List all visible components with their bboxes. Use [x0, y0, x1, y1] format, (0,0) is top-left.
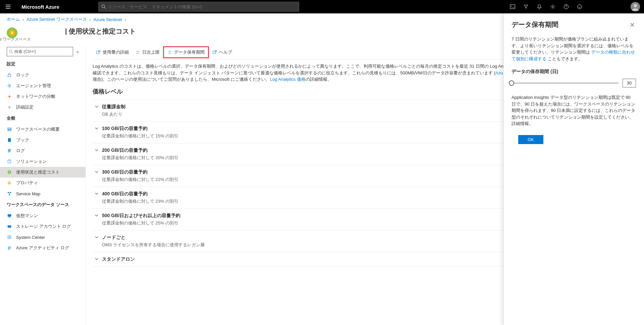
chevron-down-icon — [95, 126, 99, 130]
tier-title: 200 GB/日の容量予約 — [102, 147, 570, 153]
chevron-down-icon — [95, 148, 99, 152]
cost-icon: $ — [7, 170, 12, 175]
nav-agent[interactable]: エージェント管理 — [0, 80, 86, 91]
map-icon — [7, 191, 12, 196]
page-subtitle: Log Analytics ワークスペース — [0, 37, 136, 42]
search-icon — [9, 50, 13, 54]
terminal-icon — [510, 4, 515, 9]
pricing-tier-row[interactable]: ノードごと OMS ライセンスを所有する場合に使用するレガシ層 — [93, 230, 570, 252]
nav-usage-cost[interactable]: $使用状況と推定コスト — [0, 167, 86, 178]
tier-title: ノードごと — [102, 235, 570, 241]
system-center-icon — [7, 235, 12, 240]
pricing-tier-row[interactable]: 400 GB/日の容量予約 従量課金制の価格に対して 23% の割引 — [93, 187, 570, 208]
close-icon — [630, 22, 635, 27]
svg-point-3 — [552, 6, 554, 8]
settings-button[interactable] — [546, 0, 559, 13]
vm-icon — [7, 213, 12, 218]
svg-rect-18 — [8, 129, 9, 130]
activity-icon — [7, 246, 12, 250]
daily-cap-button[interactable]: 日次上限 — [132, 46, 163, 58]
chevron-down-icon — [95, 235, 99, 239]
nav-vm[interactable]: 仮想マシン — [0, 210, 86, 221]
agent-icon — [7, 83, 12, 88]
menu-button[interactable] — [0, 0, 16, 13]
nav-logs[interactable]: ログ — [0, 145, 86, 156]
tier-subtitle: 従量課金制の価格に対して 25% の割引 — [102, 220, 570, 226]
svg-rect-17 — [8, 128, 11, 131]
nav-system-center[interactable]: System Center — [0, 232, 86, 243]
nav-storage[interactable]: ストレージ アカウント ログ — [0, 221, 86, 232]
global-search-input[interactable] — [108, 4, 297, 9]
retention-value[interactable]: 30 — [623, 79, 636, 87]
collapse-sidenav-button[interactable]: « — [76, 49, 79, 54]
account-avatar[interactable] — [631, 2, 640, 11]
help-button[interactable] — [559, 0, 573, 13]
svg-point-9 — [634, 4, 637, 7]
nav-lock[interactable]: ロック — [0, 70, 86, 80]
retention-field-label: データの保存期間 (日) — [512, 69, 636, 75]
nav-overview[interactable]: ワークスペースの概要 — [0, 124, 86, 135]
svg-point-5 — [578, 5, 582, 9]
pricing-tier-row[interactable]: 500 GB/日およびそれ以上の容量予約 従量課金制の価格に対して 25% の割… — [93, 208, 570, 230]
directory-filter-button[interactable] — [519, 0, 533, 13]
smiley-icon — [577, 4, 582, 9]
panel-title: データ保有期間 — [512, 20, 558, 29]
nav-advanced[interactable]: 詳細設定 — [0, 102, 86, 113]
pricing-tier-row[interactable]: 300 GB/日の容量予約 従量課金制の価格に対して 22% の割引 — [93, 165, 570, 187]
ok-button[interactable]: OK — [518, 135, 543, 144]
nav-solutions[interactable]: ソリューション — [0, 156, 86, 167]
nav-properties[interactable]: プロパティ — [0, 178, 86, 188]
more-info-link[interactable]: 詳細情報 — [512, 121, 529, 126]
slider-thumb[interactable] — [509, 80, 514, 86]
chevron-down-icon — [95, 213, 99, 217]
storage-icon — [7, 224, 12, 229]
nav-section-settings: 設定 — [0, 58, 86, 70]
tier-title: 300 GB/日の容量予約 — [102, 169, 570, 175]
svg-rect-12 — [8, 75, 11, 77]
tier-subtitle: 従量課金制の価格に対して 23% の割引 — [102, 198, 570, 204]
brand[interactable]: Microsoft Azure — [16, 4, 65, 10]
nav-activity-log[interactable]: Azure アクティビティ ログ — [0, 243, 86, 253]
pricing-tier-row[interactable]: 200 GB/日の容量予約 従量課金制の価格に対して 20% の割引 — [93, 143, 570, 165]
bell-icon — [537, 4, 542, 9]
topbar: Microsoft Azure — [0, 0, 644, 13]
breadcrumb-workspace[interactable]: Azure Sentinel ワークスペース — [26, 16, 87, 22]
feedback-button[interactable] — [573, 0, 586, 13]
sidenav-search[interactable]: 検索 (Ctrl+/) — [7, 47, 73, 56]
chevron-down-icon — [95, 105, 99, 109]
svg-point-32 — [9, 237, 10, 238]
pricing-tier-row[interactable]: 100 GB/日の容量予約 従量課金制の価格に対して 15% の割引 — [93, 121, 570, 143]
page-title: | 使用状況と推定コスト — [65, 27, 136, 36]
panel-close-button[interactable] — [629, 21, 636, 28]
global-search[interactable] — [98, 2, 300, 12]
pricing-tier-row[interactable]: 従量課金制 GB あたり — [93, 100, 570, 121]
swap-icon — [167, 50, 172, 55]
tier-subtitle: 従量課金制の価格に対して 20% の割引 — [102, 155, 570, 161]
svg-point-16 — [9, 107, 10, 108]
breadcrumb-sentinel[interactable]: Azure Sentinel — [94, 17, 122, 22]
usage-details-button[interactable]: 使用量の詳細 — [93, 46, 132, 58]
tier-title: スタンドアロン — [102, 256, 570, 262]
retention-slider[interactable] — [512, 82, 619, 84]
help-button[interactable]: ヘルプ — [209, 46, 235, 58]
properties-icon — [7, 181, 12, 185]
network-icon — [7, 94, 12, 99]
book-icon — [7, 138, 12, 142]
pricing-link[interactable]: Log Analytics 価格 — [270, 77, 306, 82]
cloud-shell-button[interactable] — [506, 0, 519, 13]
svg-point-7 — [580, 6, 581, 6]
nav-network[interactable]: ネットワークの分離 — [0, 91, 86, 102]
gear-icon — [550, 4, 555, 9]
svg-point-14 — [9, 85, 10, 86]
overview-icon — [7, 127, 12, 132]
logs-icon — [7, 148, 12, 153]
notifications-button[interactable] — [533, 0, 546, 13]
nav-section-datasource: ワークスペースのデータ ソース — [0, 199, 86, 210]
svg-point-6 — [579, 6, 579, 6]
puzzle-icon — [7, 159, 12, 164]
nav-service-map[interactable]: Service Map — [0, 188, 86, 199]
breadcrumb-home[interactable]: ホーム — [7, 16, 20, 22]
nav-workbook[interactable]: ブック — [0, 135, 86, 145]
pricing-tier-row[interactable]: スタンドアロン — [93, 252, 570, 267]
data-retention-button[interactable]: データ保有期間 — [163, 46, 209, 58]
